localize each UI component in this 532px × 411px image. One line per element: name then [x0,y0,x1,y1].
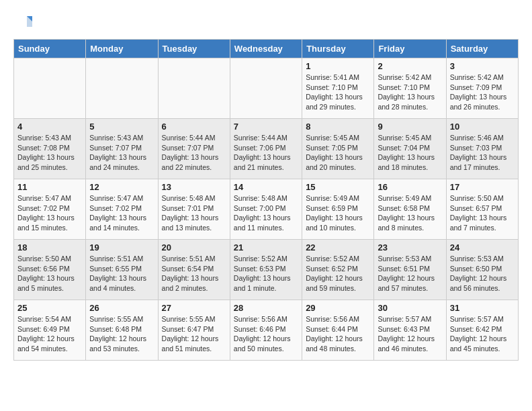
day-number: 4 [17,122,82,132]
day-info: Sunrise: 5:51 AMSunset: 6:54 PMDaylight:… [162,254,226,293]
day-info: Sunrise: 5:53 AMSunset: 6:50 PMDaylight:… [450,254,515,293]
calendar-cell: 26Sunrise: 5:55 AMSunset: 6:48 PMDayligh… [86,300,158,361]
day-number: 20 [162,242,226,253]
day-number: 24 [450,242,515,253]
calendar-week-row: 11Sunrise: 5:47 AMSunset: 7:02 PMDayligh… [14,179,519,240]
calendar-cell: 3Sunrise: 5:42 AMSunset: 7:09 PMDaylight… [446,58,518,119]
day-info: Sunrise: 5:43 AMSunset: 7:08 PMDaylight:… [17,133,82,173]
day-number: 15 [306,182,370,192]
calendar-cell: 27Sunrise: 5:55 AMSunset: 6:47 PMDayligh… [158,300,230,361]
calendar-cell: 9Sunrise: 5:45 AMSunset: 7:04 PMDaylight… [374,119,446,179]
day-info: Sunrise: 5:46 AMSunset: 7:03 PMDaylight:… [450,133,515,173]
calendar-week-row: 25Sunrise: 5:54 AMSunset: 6:49 PMDayligh… [14,300,519,361]
day-number: 29 [306,303,370,313]
day-header-sunday: Sunday [14,40,86,58]
day-number: 17 [450,182,515,192]
day-number: 19 [89,242,154,253]
day-info: Sunrise: 5:47 AMSunset: 7:02 PMDaylight:… [17,193,82,233]
calendar-cell: 14Sunrise: 5:48 AMSunset: 7:00 PMDayligh… [230,179,302,240]
day-number: 8 [306,122,370,132]
day-info: Sunrise: 5:50 AMSunset: 6:57 PMDaylight:… [450,193,515,233]
day-info: Sunrise: 5:42 AMSunset: 7:09 PMDaylight:… [450,73,515,112]
day-info: Sunrise: 5:52 AMSunset: 6:53 PMDaylight:… [234,254,298,293]
day-header-monday: Monday [86,40,158,58]
day-number: 10 [450,122,515,132]
calendar-cell: 21Sunrise: 5:52 AMSunset: 6:53 PMDayligh… [230,240,302,300]
day-number: 25 [17,303,82,313]
svg-marker-2 [27,16,32,27]
calendar-cell: 25Sunrise: 5:54 AMSunset: 6:49 PMDayligh… [14,300,86,361]
day-info: Sunrise: 5:52 AMSunset: 6:52 PMDaylight:… [306,254,370,293]
day-header-thursday: Thursday [302,40,374,58]
day-number: 7 [234,122,298,132]
calendar-cell: 1Sunrise: 5:41 AMSunset: 7:10 PMDaylight… [302,58,374,119]
calendar-cell: 5Sunrise: 5:43 AMSunset: 7:07 PMDaylight… [86,119,158,179]
day-number: 18 [17,242,82,253]
calendar-cell: 6Sunrise: 5:44 AMSunset: 7:07 PMDaylight… [158,119,230,179]
calendar-cell: 7Sunrise: 5:44 AMSunset: 7:06 PMDaylight… [230,119,302,179]
day-number: 16 [378,182,442,192]
day-info: Sunrise: 5:56 AMSunset: 6:46 PMDaylight:… [234,314,298,354]
day-info: Sunrise: 5:48 AMSunset: 7:00 PMDaylight:… [234,193,298,233]
day-number: 27 [162,303,226,313]
day-number: 1 [306,61,370,71]
calendar-week-row: 4Sunrise: 5:43 AMSunset: 7:08 PMDaylight… [14,119,519,179]
day-info: Sunrise: 5:55 AMSunset: 6:47 PMDaylight:… [162,314,226,354]
logo [13,13,35,32]
day-info: Sunrise: 5:49 AMSunset: 6:59 PMDaylight:… [306,193,370,233]
day-info: Sunrise: 5:51 AMSunset: 6:55 PMDaylight:… [89,254,154,293]
day-info: Sunrise: 5:42 AMSunset: 7:10 PMDaylight:… [378,73,442,112]
day-info: Sunrise: 5:44 AMSunset: 7:07 PMDaylight:… [162,133,226,173]
day-number: 13 [162,182,226,192]
calendar-cell: 17Sunrise: 5:50 AMSunset: 6:57 PMDayligh… [446,179,518,240]
day-number: 14 [234,182,298,192]
calendar-cell: 20Sunrise: 5:51 AMSunset: 6:54 PMDayligh… [158,240,230,300]
calendar-table: SundayMondayTuesdayWednesdayThursdayFrid… [13,39,519,361]
day-number: 9 [378,122,442,132]
calendar-cell: 8Sunrise: 5:45 AMSunset: 7:05 PMDaylight… [302,119,374,179]
day-number: 23 [378,242,442,253]
day-info: Sunrise: 5:44 AMSunset: 7:06 PMDaylight:… [234,133,298,173]
day-number: 5 [89,122,154,132]
day-info: Sunrise: 5:41 AMSunset: 7:10 PMDaylight:… [306,73,370,112]
day-info: Sunrise: 5:43 AMSunset: 7:07 PMDaylight:… [89,133,154,173]
calendar-cell: 22Sunrise: 5:52 AMSunset: 6:52 PMDayligh… [302,240,374,300]
calendar-cell: 19Sunrise: 5:51 AMSunset: 6:55 PMDayligh… [86,240,158,300]
day-number: 3 [450,61,515,71]
calendar-cell: 12Sunrise: 5:47 AMSunset: 7:02 PMDayligh… [86,179,158,240]
day-info: Sunrise: 5:57 AMSunset: 6:43 PMDaylight:… [378,314,442,354]
calendar-header-row: SundayMondayTuesdayWednesdayThursdayFrid… [14,40,519,58]
day-info: Sunrise: 5:54 AMSunset: 6:49 PMDaylight:… [17,314,82,354]
day-info: Sunrise: 5:53 AMSunset: 6:51 PMDaylight:… [378,254,442,293]
day-number: 22 [306,242,370,253]
calendar-cell: 4Sunrise: 5:43 AMSunset: 7:08 PMDaylight… [14,119,86,179]
calendar-cell: 23Sunrise: 5:53 AMSunset: 6:51 PMDayligh… [374,240,446,300]
calendar-cell: 13Sunrise: 5:48 AMSunset: 7:01 PMDayligh… [158,179,230,240]
calendar-cell: 29Sunrise: 5:56 AMSunset: 6:44 PMDayligh… [302,300,374,361]
day-info: Sunrise: 5:57 AMSunset: 6:42 PMDaylight:… [450,314,515,354]
logo-icon [13,13,32,32]
calendar-week-row: 18Sunrise: 5:50 AMSunset: 6:56 PMDayligh… [14,240,519,300]
calendar-cell: 18Sunrise: 5:50 AMSunset: 6:56 PMDayligh… [14,240,86,300]
calendar-cell: 28Sunrise: 5:56 AMSunset: 6:46 PMDayligh… [230,300,302,361]
calendar-cell: 24Sunrise: 5:53 AMSunset: 6:50 PMDayligh… [446,240,518,300]
day-number: 11 [17,182,82,192]
calendar-cell [158,58,230,119]
day-header-wednesday: Wednesday [230,40,302,58]
calendar-cell: 31Sunrise: 5:57 AMSunset: 6:42 PMDayligh… [446,300,518,361]
day-header-friday: Friday [374,40,446,58]
calendar-cell [230,58,302,119]
calendar-cell: 16Sunrise: 5:49 AMSunset: 6:58 PMDayligh… [374,179,446,240]
day-info: Sunrise: 5:45 AMSunset: 7:04 PMDaylight:… [378,133,442,173]
day-info: Sunrise: 5:50 AMSunset: 6:56 PMDaylight:… [17,254,82,293]
day-number: 26 [89,303,154,313]
calendar-cell: 30Sunrise: 5:57 AMSunset: 6:43 PMDayligh… [374,300,446,361]
calendar-cell: 2Sunrise: 5:42 AMSunset: 7:10 PMDaylight… [374,58,446,119]
day-info: Sunrise: 5:56 AMSunset: 6:44 PMDaylight:… [306,314,370,354]
day-number: 31 [450,303,515,313]
day-number: 21 [234,242,298,253]
calendar-cell [86,58,158,119]
calendar-cell: 11Sunrise: 5:47 AMSunset: 7:02 PMDayligh… [14,179,86,240]
day-number: 12 [89,182,154,192]
day-header-tuesday: Tuesday [158,40,230,58]
